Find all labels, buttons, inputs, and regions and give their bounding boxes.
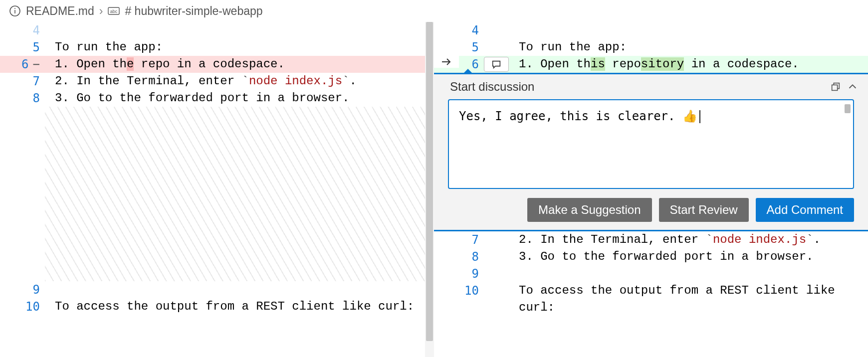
added-line: 6 1. Open this repository in a codespace… xyxy=(434,56,868,73)
diff-filler xyxy=(45,107,434,281)
start-review-button[interactable]: Start Review xyxy=(659,198,749,222)
code-line: 2. In the Terminal, enter `node index.js… xyxy=(45,73,434,90)
line-number: 8 xyxy=(459,248,484,265)
comment-glyph-icon[interactable] xyxy=(484,57,509,72)
line-number: 10 xyxy=(0,298,45,315)
add-comment-button[interactable]: Add Comment xyxy=(756,198,854,222)
code-line: To run the app: xyxy=(45,39,434,56)
code-line: To access the output from a REST client … xyxy=(509,282,868,316)
breadcrumb: README.md › abc # hubwriter-simple-webap… xyxy=(0,0,868,22)
line-number: 6− xyxy=(0,56,45,73)
comment-input[interactable]: Yes, I agree, this is clearer. 👍 xyxy=(448,99,854,189)
comment-text: Yes, I agree, this is clearer. 👍 xyxy=(459,109,697,123)
scrollbar[interactable] xyxy=(425,22,434,357)
textarea-scrollbar[interactable] xyxy=(845,104,851,113)
line-number: 4 xyxy=(0,22,45,39)
restore-icon[interactable] xyxy=(827,78,844,95)
code-line: 1. Open the repo in a codespace. xyxy=(45,56,434,73)
symbol-string-icon: abc xyxy=(108,6,120,16)
discussion-panel: Start discussion Yes, I agree, this is c… xyxy=(434,73,868,231)
line-number: 9 xyxy=(0,281,45,298)
line-number: 10 xyxy=(459,282,484,299)
diff-left-pane: 4 5To run the app: 6− 1. Open the repo i… xyxy=(0,22,434,357)
code-line: 2. In the Terminal, enter `node index.js… xyxy=(509,231,868,248)
scrollbar-thumb[interactable] xyxy=(426,22,433,341)
chevron-up-icon[interactable] xyxy=(844,78,861,95)
discussion-title: Start discussion xyxy=(450,80,827,94)
code-line: 1. Open this repository in a codespace. xyxy=(509,56,868,73)
code-line: To run the app: xyxy=(509,39,868,56)
diff-arrow-icon xyxy=(434,56,459,68)
code-line: 3. Go to the forwarded port in a browser… xyxy=(509,248,868,265)
diff-right-pane: 4 5To run the app: 6 1. Open this reposi… xyxy=(434,22,868,357)
svg-text:abc: abc xyxy=(110,9,118,14)
code-line: To access the output from a REST client … xyxy=(45,298,434,315)
breadcrumb-separator: › xyxy=(99,4,103,18)
text-cursor xyxy=(699,110,700,123)
breadcrumb-heading[interactable]: # hubwriter-simple-webapp xyxy=(125,4,262,18)
line-number: 8 xyxy=(0,90,45,107)
deleted-line: 6− 1. Open the repo in a codespace. xyxy=(0,56,434,73)
svg-point-2 xyxy=(14,8,15,9)
breadcrumb-file[interactable]: README.md xyxy=(26,4,94,18)
code-line: 3. Go to the forwarded port in a browser… xyxy=(45,90,434,107)
line-number: 4 xyxy=(459,22,484,39)
line-number: 5 xyxy=(0,39,45,56)
make-suggestion-button[interactable]: Make a Suggestion xyxy=(527,198,651,222)
line-number: 7 xyxy=(459,231,484,248)
line-number: 9 xyxy=(459,265,484,282)
svg-rect-6 xyxy=(832,85,838,90)
line-number: 7 xyxy=(0,73,45,90)
info-icon xyxy=(9,5,21,17)
line-number: 5 xyxy=(459,39,484,56)
